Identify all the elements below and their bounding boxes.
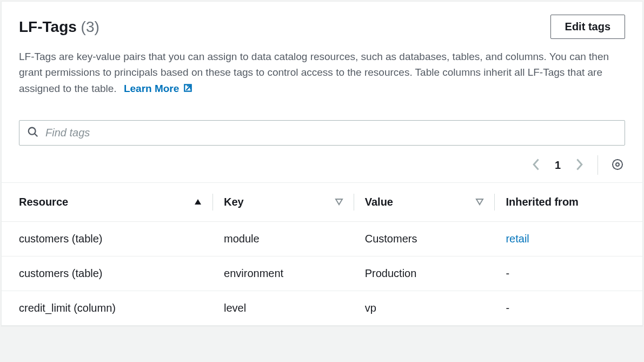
svg-point-2 [616,163,619,166]
col-label: Key [224,196,244,208]
table-header-row: Resource Key [2,183,642,222]
col-header-key[interactable]: Key [213,183,354,222]
search-section [2,109,642,152]
header-row: LF-Tags (3) Edit tags [19,15,625,39]
settings-button[interactable] [610,157,625,174]
col-header-inherited[interactable]: Inherited from [495,183,642,222]
inherited-link[interactable]: retail [506,233,529,245]
svg-point-3 [613,160,622,169]
svg-marker-5 [336,199,342,205]
col-label: Inherited from [506,196,578,208]
cell-resource: customers (table) [2,256,213,291]
cell-value: vp [354,291,495,326]
title-text: LF-Tags [19,18,77,35]
table-body: customers (table) module Customers retai… [2,222,642,326]
col-header-value[interactable]: Value [354,183,495,222]
sort-asc-icon [194,196,202,208]
table-row: credit_limit (column) level vp - [2,291,642,326]
lf-tags-panel: LF-Tags (3) Edit tags LF-Tags are key-va… [1,1,643,326]
external-link-icon [183,82,193,97]
cell-key: level [213,291,354,326]
svg-marker-6 [476,199,483,205]
learn-more-link[interactable]: Learn More [124,83,193,94]
prev-page-button[interactable] [530,156,543,175]
learn-more-text: Learn More [124,83,179,94]
page-number: 1 [555,159,561,172]
cell-inherited: - [495,291,642,326]
tags-table: Resource Key [2,182,642,325]
svg-marker-4 [195,199,201,205]
svg-point-0 [29,128,36,135]
cell-key: module [213,222,354,256]
search-box [19,120,625,146]
cell-value: Production [354,256,495,291]
table-row: customers (table) module Customers retai… [2,222,642,256]
gear-icon [611,158,624,173]
chevron-right-icon [575,158,583,173]
page-title: LF-Tags (3) [19,18,99,36]
divider [597,155,598,175]
chevron-left-icon [532,158,541,173]
cell-inherited: retail [495,222,642,256]
cell-key: environment [213,256,354,291]
pagination-row: 1 [2,152,642,182]
cell-inherited: - [495,256,642,291]
col-label: Value [365,196,393,208]
title-count: (3) [81,18,99,35]
table-row: customers (table) environment Production… [2,256,642,291]
col-header-resource[interactable]: Resource [2,183,213,222]
panel-header: LF-Tags (3) Edit tags LF-Tags are key-va… [2,2,642,109]
description-text: LF-Tags are key-value pairs that you can… [19,51,609,94]
search-input[interactable] [45,127,617,139]
cell-resource: customers (table) [2,222,213,256]
sort-icon [475,196,484,208]
cell-resource: credit_limit (column) [2,291,213,326]
sort-icon [335,196,343,208]
edit-tags-button[interactable]: Edit tags [550,15,625,39]
svg-line-1 [35,134,38,137]
search-icon [27,126,39,140]
cell-value: Customers [354,222,495,256]
panel-description: LF-Tags are key-value pairs that you can… [19,49,625,97]
next-page-button[interactable] [573,156,586,175]
pager: 1 [530,156,586,175]
col-label: Resource [19,196,68,208]
